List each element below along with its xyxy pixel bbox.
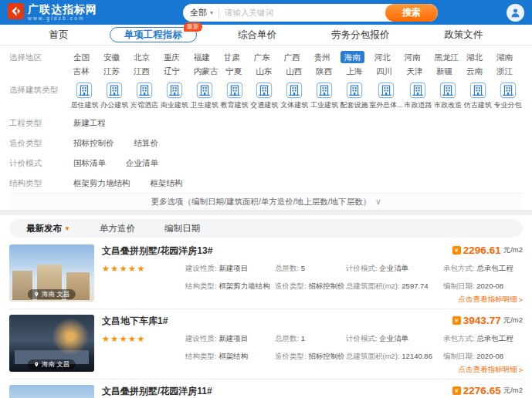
region-option[interactable]: 新疆	[432, 65, 456, 77]
building-type-option[interactable]: 专业分包	[493, 82, 523, 110]
building-type-option[interactable]: 工业建筑	[310, 82, 340, 110]
building-type-label: 居住建筑	[70, 100, 98, 110]
building-type-label: 教育建筑	[221, 100, 249, 110]
nav-item[interactable]: 劳务分包报价	[317, 28, 403, 42]
result-title[interactable]: 文昌地下车库1#	[102, 315, 168, 328]
result-title[interactable]: 文昌叠拼别墅/花园洋房11#	[102, 385, 212, 398]
filter-option[interactable]: 新建工程	[69, 116, 110, 129]
region-option[interactable]: 福建	[190, 51, 214, 63]
building-type-label: 宾馆酒店	[130, 100, 158, 110]
region-option[interactable]: 甘肃	[220, 51, 244, 63]
header: 广联达指标网 www.gldzb.com 全部 ▾ 搜索	[0, 0, 532, 25]
view-detail-link[interactable]: 点击查看指标明细 >	[458, 295, 523, 305]
search-input[interactable]	[225, 8, 385, 17]
building-type-option[interactable]: 宾馆酒店	[130, 82, 160, 110]
user-avatar[interactable]	[507, 4, 524, 22]
region-option[interactable]: 天津	[402, 65, 426, 77]
building-type-option[interactable]: 市政道路	[403, 82, 433, 110]
building-type-option[interactable]: 卫生建筑	[189, 82, 219, 110]
region-option[interactable]: 海南	[341, 51, 364, 63]
region-option[interactable]: 湖南	[493, 51, 517, 63]
building-type-label: 仿古建筑	[464, 100, 492, 110]
more-options-label: 更多选项（编制日期/建筑面积/单方造价/地上层数/地下层数）	[151, 197, 371, 207]
filter-option[interactable]: 框架剪力墙结构	[69, 177, 134, 189]
field-label: 建设性质:	[185, 264, 217, 272]
region-option[interactable]: 黑龙江	[431, 51, 463, 63]
sort-option[interactable]: 最新发布 ▼	[26, 223, 70, 234]
region-option[interactable]: 陕西	[312, 65, 336, 77]
result-card[interactable]: 海南 文昌 文昌叠拼别墅/花园洋房11# ¥ 2276.65 元/m2 ★★★★…	[9, 379, 523, 398]
result-photo: 海南 文昌	[9, 315, 94, 372]
filter-panel: 选择地区 全国安徽北京重庆福建甘肃广东广西贵州海南河北河南黑龙江湖北湖南 吉林江…	[0, 46, 532, 210]
region-option[interactable]: 四川	[372, 65, 396, 77]
region-option[interactable]: 上海	[342, 65, 366, 77]
region-option[interactable]: 贵州	[310, 51, 334, 63]
view-detail-link[interactable]: 点击查看指标明细 >	[458, 365, 523, 375]
building-icon	[286, 82, 303, 99]
filter-row: 工程类型 新建工程	[9, 113, 523, 133]
nav-item[interactable]: 首页	[36, 28, 83, 42]
search-category-dropdown[interactable]: 全部 ▾	[190, 7, 213, 19]
region-option[interactable]: 山西	[282, 65, 306, 77]
region-option[interactable]: 山东	[252, 65, 276, 77]
filter-option[interactable]: 招标控制价	[69, 137, 118, 149]
building-type-option[interactable]: 交通建筑	[249, 82, 280, 110]
region-option[interactable]: 江西	[130, 65, 154, 77]
filter-row: 结构类型 框架剪力墙结构框架结构	[9, 173, 523, 193]
result-content: 文昌叠拼别墅/花园洋房13# ¥ 2296.61 元/m2 ★★★★★ 建设性质…	[102, 245, 523, 305]
site-logo[interactable]: 广联达指标网 www.gldzb.com	[8, 3, 124, 22]
result-card[interactable]: 海南 文昌 文昌叠拼别墅/花园洋房13# ¥ 2296.61 元/m2 ★★★★…	[9, 239, 523, 309]
region-option[interactable]: 广东	[250, 51, 274, 63]
unit-price: ¥ 2276.65 元/m2	[452, 385, 523, 396]
building-type-option[interactable]: 商业建筑	[159, 82, 189, 110]
search-button[interactable]: 搜索	[385, 4, 438, 22]
location-text: 海南 文昌	[42, 291, 69, 298]
result-field: 总建筑面积(m2): 12140.86	[346, 352, 443, 362]
filter-option[interactable]: 结算价	[130, 137, 163, 149]
region-option[interactable]: 安徽	[100, 51, 124, 63]
building-type-option[interactable]: 配套设施	[339, 82, 369, 110]
more-options-toggle[interactable]: 更多选项（编制日期/建筑面积/单方造价/地上层数/地下层数） ∨	[9, 193, 523, 210]
divider	[219, 8, 219, 18]
result-field: 结构类型: 框架结构	[185, 352, 275, 362]
region-option[interactable]: 全国	[69, 51, 93, 63]
logo-icon	[8, 3, 24, 22]
building-type-option[interactable]: 仿古建筑	[463, 82, 493, 110]
result-footer: 点击查看指标明细 >	[102, 295, 523, 305]
region-option[interactable]: 湖北	[463, 51, 486, 63]
region-option[interactable]: 河南	[401, 51, 425, 63]
region-option[interactable]: 内蒙古	[190, 65, 222, 77]
region-option[interactable]: 吉林	[69, 65, 93, 77]
result-card[interactable]: 海南 文昌 文昌地下车库1# ¥ 3943.77 元/m2 ★★★★★ 建设性质…	[9, 309, 523, 379]
region-option[interactable]: 辽宁	[160, 65, 184, 77]
filter-option[interactable]: 国标清单	[69, 157, 110, 169]
region-option[interactable]: 河北	[371, 51, 395, 63]
building-type-option[interactable]: 教育建筑	[219, 82, 249, 110]
sort-option[interactable]: 单方造价 ▼	[100, 223, 135, 234]
sort-option-label: 最新发布	[26, 223, 62, 234]
building-type-option[interactable]: 办公建筑	[100, 82, 130, 110]
star-rating: ★★★★★	[102, 264, 185, 292]
unit-price: ¥ 3943.77 元/m2	[452, 315, 523, 326]
region-option[interactable]: 江苏	[100, 65, 124, 77]
region-option[interactable]: 云南	[463, 65, 486, 77]
building-icon	[316, 82, 333, 99]
region-option[interactable]: 北京	[130, 51, 154, 63]
region-option[interactable]: 浙江	[493, 65, 517, 77]
region-option[interactable]: 广西	[280, 51, 304, 63]
building-type-label: 文体建筑	[280, 100, 308, 110]
nav-item[interactable]: 综合单价	[224, 28, 290, 42]
sort-option[interactable]: 编制日期 ▼	[164, 223, 200, 234]
building-type-option[interactable]: 室外总体...	[369, 82, 403, 110]
filter-option[interactable]: 企业清单	[122, 157, 162, 169]
region-option[interactable]: 宁夏	[222, 65, 246, 77]
region-option[interactable]: 重庆	[160, 51, 184, 63]
nav-item[interactable]: 单项工程指标 最新	[110, 27, 197, 42]
building-type-option[interactable]: 文体建筑	[280, 82, 310, 110]
result-title[interactable]: 文昌叠拼别墅/花园洋房13#	[102, 245, 212, 258]
building-type-option[interactable]: 居住建筑	[69, 82, 100, 110]
filter-option[interactable]: 框架结构	[147, 177, 187, 189]
building-icon	[226, 82, 243, 99]
nav-item[interactable]: 政策文件	[430, 28, 496, 42]
building-type-option[interactable]: 市政改造	[433, 82, 463, 110]
